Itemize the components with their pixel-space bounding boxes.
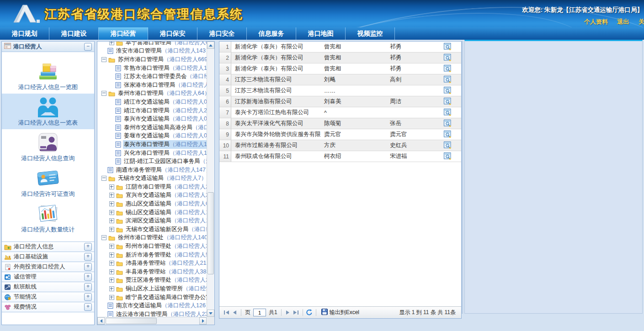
- nav-item-safety[interactable]: 港口安全: [197, 27, 247, 40]
- scroll-left-icon[interactable]: [97, 317, 105, 325]
- view-detail-icon[interactable]: [444, 109, 452, 116]
- tree-node[interactable]: 徐州市港口管理处（港口经营人140）: [99, 234, 207, 242]
- table-row[interactable]: 1新浦化学（泰兴）有限公司曾宪相祁勇: [219, 42, 461, 53]
- nav-item-map[interactable]: 港口地图: [296, 27, 346, 40]
- view-detail-icon[interactable]: [444, 65, 452, 73]
- tree-node[interactable]: 泰兴市交通运输局（港口经营人0）: [99, 115, 207, 123]
- sidebar-item-stats[interactable]: 港口经营人数量统计: [2, 200, 94, 236]
- close-link[interactable]: 关闭: [639, 18, 644, 25]
- tree-expand-icon[interactable]: [109, 286, 114, 291]
- tree-node[interactable]: 江阴-靖江工业园区港口事务局（港口: [99, 157, 207, 166]
- view-detail-icon[interactable]: [444, 152, 452, 160]
- expand-icon[interactable]: +: [84, 243, 92, 251]
- accordion-item-energy[interactable]: 节能情况 +: [2, 292, 94, 302]
- tree-node[interactable]: 张家港市港口管理局（港口经营人10: [99, 81, 207, 89]
- tree-node[interactable]: 泰兴市港口管理局（港口经营人11）: [99, 140, 207, 149]
- nav-item-info-service[interactable]: 信息服务: [247, 27, 296, 40]
- expand-icon[interactable]: +: [84, 263, 92, 271]
- tree-node[interactable]: 无锡市交通运输局（港口经营人7）: [99, 174, 207, 183]
- tree-expand-icon[interactable]: [109, 184, 114, 189]
- tree-expand-icon[interactable]: [109, 218, 114, 223]
- table-row[interactable]: 4江苏三木物流有限公司刘飚高剑: [219, 74, 461, 85]
- nav-item-operation[interactable]: 港口经营: [99, 27, 148, 40]
- prev-page-icon[interactable]: [230, 309, 239, 317]
- nav-item-security[interactable]: 港口保安: [148, 27, 197, 40]
- tree-node[interactable]: 常熟市港口管理局（港口经营人127）: [99, 64, 207, 73]
- expand-icon[interactable]: +: [84, 293, 92, 301]
- tree-expand-icon[interactable]: [109, 252, 114, 257]
- tree-expand-icon[interactable]: [109, 278, 114, 283]
- view-detail-icon[interactable]: [444, 87, 452, 95]
- table-row[interactable]: 11泰州联成仓储有限公司柯衣绍宋进福: [219, 151, 461, 162]
- first-page-icon[interactable]: [222, 309, 230, 317]
- tree-node[interactable]: 宜兴市交通运输局（港口经营人2）: [99, 191, 207, 200]
- tree-node[interactable]: 新沂市港务管理处（港口经营人5）: [99, 251, 207, 259]
- view-detail-icon[interactable]: [444, 142, 452, 149]
- tree-node[interactable]: 连云港市港口管理局（港口经营人234）: [99, 310, 207, 317]
- tree-node[interactable]: 丰县港务管理站（港口经营人38）: [99, 268, 207, 276]
- table-row[interactable]: 3新浦化学（泰兴）有限公司曾宪相祁勇: [219, 63, 461, 74]
- tree-node[interactable]: 靖江市港口管理局（港口经营人26）: [99, 106, 207, 115]
- nav-item-video[interactable]: 视频监控: [346, 27, 395, 40]
- scroll-thumb[interactable]: [106, 318, 157, 324]
- nav-item-construction[interactable]: 港口建设: [49, 27, 99, 40]
- tree-node[interactable]: 阜宁县港口管理局（港口经营人0）: [99, 42, 207, 47]
- tree-node[interactable]: 滨湖区交通运输局（港口经营人1）: [99, 216, 207, 225]
- tree-node[interactable]: 姜堰市交通运输局（港口经营人0）: [99, 132, 207, 141]
- tree-node[interactable]: 南京市交通运输局（港口经营人126）: [99, 301, 207, 310]
- scroll-right-icon[interactable]: [199, 317, 207, 325]
- expand-icon[interactable]: +: [84, 283, 92, 291]
- tree-expand-icon[interactable]: [109, 227, 114, 232]
- sidebar-item-license-query[interactable]: 港口经营许可证查询: [2, 165, 94, 200]
- tree-expand-icon[interactable]: [109, 201, 114, 206]
- table-row[interactable]: 10泰州市过船港务有限公司方庆史红兵: [219, 140, 461, 151]
- sidebar-item-info-query[interactable]: 港口经营人信息查询: [2, 129, 94, 165]
- tree-expand-icon[interactable]: [109, 42, 114, 45]
- tree-expand-icon[interactable]: [109, 295, 114, 300]
- table-row[interactable]: 7泰兴卡万塔沿江热电有限公司^: [219, 107, 461, 118]
- scroll-down-icon[interactable]: [207, 310, 214, 317]
- scroll-thumb[interactable]: [208, 192, 214, 274]
- view-detail-icon[interactable]: [444, 76, 452, 84]
- profile-link[interactable]: 个人资料: [584, 18, 608, 25]
- tree-node[interactable]: 铜山区水上运输管理所（港口经营人: [99, 284, 207, 293]
- logout-link[interactable]: 退出: [617, 18, 629, 25]
- refresh-icon[interactable]: [305, 309, 314, 317]
- tree-expand-icon[interactable]: [109, 261, 114, 266]
- nav-item-planning[interactable]: 港口规划: [0, 27, 49, 40]
- tree-node[interactable]: 贾汪区港务管理处（港口经营人29）: [99, 276, 207, 285]
- scroll-up-icon[interactable]: [207, 42, 214, 49]
- tree-collapse-icon[interactable]: [101, 235, 106, 240]
- accordion-item-operator-info[interactable]: 港口经营人信息 +: [2, 242, 94, 252]
- view-detail-icon[interactable]: [444, 120, 452, 127]
- tree-collapse-icon[interactable]: [101, 91, 106, 96]
- tree-node[interactable]: 南通市港务管理局（港口经营人147）: [99, 166, 207, 174]
- export-excel-button[interactable]: 输出到Excel: [319, 309, 359, 316]
- view-detail-icon[interactable]: [444, 98, 452, 105]
- tree-collapse-icon[interactable]: [101, 176, 106, 181]
- tree-node[interactable]: 泰州市交通运输局高港分局（港口经: [99, 123, 207, 132]
- tree-node[interactable]: 锡山区交通运输局（港口经营人1）: [99, 208, 207, 217]
- tree-node[interactable]: 兴化市港口管理局（港口经营人1）: [99, 149, 207, 158]
- tree-expand-icon[interactable]: [109, 269, 114, 274]
- view-detail-icon[interactable]: [444, 43, 452, 51]
- view-detail-icon[interactable]: [444, 131, 452, 138]
- tree-node[interactable]: 睢宁县交通运输局港口管理办公室（: [99, 293, 207, 302]
- tree-node[interactable]: 淮安市港口管理局（港口经营人143）: [99, 47, 207, 56]
- table-row[interactable]: 9泰兴市兴隆外轮物资供应服务有限公司龚元官龚元官: [219, 129, 461, 140]
- vertical-scrollbar[interactable]: [207, 42, 214, 317]
- tree-expand-icon[interactable]: [109, 193, 114, 198]
- table-row[interactable]: 8泰兴太平洋液化气有限公司陈颂菊张岳: [219, 118, 461, 129]
- tree-node[interactable]: 苏州市港口管理局（港口经营人669）: [99, 55, 207, 64]
- tree-expand-icon[interactable]: [109, 210, 114, 215]
- accordion-item-integrity[interactable]: 诚信管理 +: [2, 272, 94, 282]
- tree-collapse-icon[interactable]: [101, 57, 106, 62]
- tree-node[interactable]: 惠山区交通运输局（港口经营人0）: [99, 200, 207, 208]
- sidebar-item-overview-table[interactable]: 港口经营人信息一览表: [2, 94, 94, 129]
- panel-splitter[interactable]: [462, 41, 463, 314]
- tree-node[interactable]: 江苏太仓港口管理委员会（港口经营: [99, 72, 207, 81]
- tree-node[interactable]: 无锡市交通运输新区分局（港口经营: [99, 225, 207, 234]
- table-row[interactable]: 2新浦化学（泰兴）有限公司曾宪相祁勇: [219, 53, 461, 63]
- tree-node[interactable]: 邳州市港口管理处（港口经营人36）: [99, 242, 207, 251]
- tree-node[interactable]: 沛县港务管理站（港口经营人21）: [99, 259, 207, 268]
